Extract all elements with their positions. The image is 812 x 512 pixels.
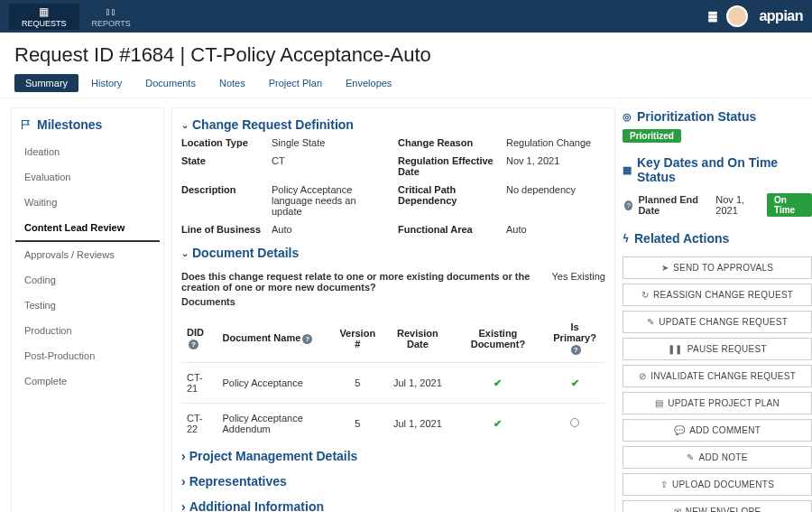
value-functional-area: Auto: [506, 224, 605, 235]
action-button[interactable]: ✎UPDATE CHANGE REQUEST: [623, 311, 812, 333]
col-did: DID?: [181, 314, 217, 363]
page-title: Request ID #1684 | CT-Policy Acceptance-…: [0, 33, 812, 74]
on-time-badge: On Time: [767, 193, 812, 217]
col-version: Version #: [331, 314, 383, 363]
planned-end-date-row: ? Planned End Date Nov 1, 2021 On Time: [623, 190, 812, 220]
calendar-icon: ▦: [623, 164, 632, 176]
document-question: Does this change request relate to one o…: [181, 271, 542, 293]
action-button[interactable]: 💬ADD COMMENT: [623, 419, 812, 442]
top-nav-left: ▦ REQUESTS ⫾⫾ REPORTS: [9, 4, 143, 30]
nav-requests[interactable]: ▦ REQUESTS: [9, 4, 79, 30]
user-avatar[interactable]: [726, 5, 748, 27]
action-label: REASSIGN CHANGE REQUEST: [653, 290, 793, 300]
section-title-text: Representatives: [189, 474, 287, 489]
table-row: CT-22Policy Acceptance Addendum5Jul 1, 2…: [181, 404, 605, 444]
label-lob: Line of Business: [181, 224, 263, 235]
tab-bar: Summary History Documents Notes Project …: [0, 74, 812, 98]
nav-label: REPORTS: [92, 19, 131, 28]
cell-did: CT-22: [181, 404, 217, 444]
action-button[interactable]: ❚❚PAUSE REQUEST: [623, 338, 812, 360]
milestone-item[interactable]: Waiting: [15, 190, 160, 215]
milestone-item[interactable]: Post-Production: [15, 343, 160, 368]
label-location-type: Location Type: [181, 137, 263, 148]
caret-right-icon: ›: [181, 474, 186, 489]
label-change-reason: Change Reason: [398, 137, 497, 148]
milestone-item[interactable]: Coding: [15, 267, 160, 293]
label-state: State: [181, 155, 263, 177]
tab-project-plan[interactable]: Project Plan: [258, 74, 333, 92]
section-title-text: Project Management Details: [189, 449, 358, 463]
milestone-item[interactable]: Complete: [15, 368, 160, 394]
milestone-item[interactable]: Evaluation: [15, 164, 160, 190]
action-button[interactable]: ➤SEND TO APPROVALS: [623, 256, 812, 279]
cell-revision: Jul 1, 2021: [383, 404, 452, 444]
action-button[interactable]: ↻REASSIGN CHANGE REQUEST: [623, 284, 812, 306]
milestone-item[interactable]: Approvals / Reviews: [15, 242, 160, 267]
document-answer: Yes Existing: [551, 271, 605, 293]
value-critical-path: No dependency: [506, 184, 605, 217]
action-icon: 💬: [674, 425, 685, 435]
action-label: SEND TO APPROVALS: [673, 263, 773, 273]
value-state: CT: [272, 155, 389, 177]
cell-version: 5: [331, 404, 383, 444]
tab-history[interactable]: History: [80, 74, 133, 92]
action-icon: ✉: [674, 507, 681, 512]
milestone-item[interactable]: Testing: [15, 293, 160, 318]
tab-notes[interactable]: Notes: [208, 74, 256, 92]
top-nav-right: ▪▪▪▪▪▪▪▪▪ appian: [708, 5, 803, 27]
action-button[interactable]: ✉NEW ENVELOPE: [623, 500, 812, 512]
brand-logo: appian: [759, 8, 803, 24]
milestone-item[interactable]: Production: [15, 318, 160, 343]
section-project-management-details[interactable]: › Project Management Details: [181, 443, 605, 469]
check-icon: ✔: [494, 377, 502, 388]
cell-did: CT-21: [181, 363, 217, 404]
action-icon: ❚❚: [668, 344, 683, 354]
section-change-request-definition[interactable]: ⌄ Change Request Definition: [181, 114, 605, 137]
check-icon: ✔: [494, 418, 502, 429]
col-existing: Existing Document?: [452, 314, 545, 363]
milestone-item[interactable]: Ideation: [15, 139, 160, 164]
caret-down-icon: ⌄: [181, 248, 189, 258]
help-icon[interactable]: ?: [571, 345, 581, 355]
action-button[interactable]: ▤UPDATE PROJECT PLAN: [623, 392, 812, 414]
action-label: UPLOAD DOCUMENTS: [672, 479, 774, 489]
action-icon: ⊘: [639, 371, 646, 381]
col-primary: Is Primary??: [544, 314, 605, 363]
help-icon[interactable]: ?: [189, 340, 198, 349]
action-icon: ▤: [655, 398, 663, 408]
action-label: ADD COMMENT: [689, 425, 761, 435]
cell-primary: [544, 404, 605, 444]
help-icon[interactable]: ?: [302, 334, 312, 344]
section-document-details[interactable]: ⌄ Document Details: [181, 242, 605, 265]
documents-sublabel: Documents: [181, 296, 605, 314]
label-critical-path: Critical Path Dependency: [398, 184, 497, 217]
documents-table: DID? Document Name? Version # Revision D…: [181, 314, 605, 443]
tab-envelopes[interactable]: Envelopes: [335, 74, 402, 92]
action-button[interactable]: ⇪UPLOAD DOCUMENTS: [623, 473, 812, 496]
planned-end-value: Nov 1, 2021: [715, 194, 761, 216]
action-button[interactable]: ✎ADD NOTE: [623, 446, 812, 469]
milestone-item[interactable]: Content Lead Review: [15, 215, 160, 242]
section-additional-information[interactable]: › Additional Information: [181, 494, 605, 512]
cell-existing: ✔: [452, 404, 545, 444]
cell-version: 5: [331, 363, 383, 404]
col-revision: Revision Date: [383, 314, 452, 363]
key-dates-title: ▦ Key Dates and On Time Status: [623, 154, 812, 190]
help-icon[interactable]: ?: [624, 200, 632, 210]
action-label: UPDATE CHANGE REQUEST: [659, 317, 788, 327]
tab-documents[interactable]: Documents: [134, 74, 207, 92]
value-location-type: Single State: [272, 137, 389, 148]
planned-end-label: Planned End Date: [638, 194, 710, 216]
col-doc-name: Document Name?: [217, 314, 331, 363]
section-representatives[interactable]: › Representatives: [181, 469, 605, 494]
action-icon: ✎: [687, 452, 694, 462]
apps-grid-icon[interactable]: ▪▪▪▪▪▪▪▪▪: [708, 11, 716, 22]
label-reg-eff-date: Regulation Effective Date: [398, 155, 497, 177]
main-content: Milestones IdeationEvaluationWaitingCont…: [0, 98, 812, 512]
prioritization-title: ◎ Prioritization Status: [623, 107, 812, 129]
value-reg-eff-date: Nov 1, 2021: [506, 155, 605, 177]
nav-reports[interactable]: ⫾⫾ REPORTS: [79, 4, 143, 30]
tab-summary[interactable]: Summary: [14, 74, 78, 92]
action-button[interactable]: ⊘INVALIDATE CHANGE REQUEST: [623, 365, 812, 387]
value-change-reason: Regulation Change: [506, 137, 605, 148]
